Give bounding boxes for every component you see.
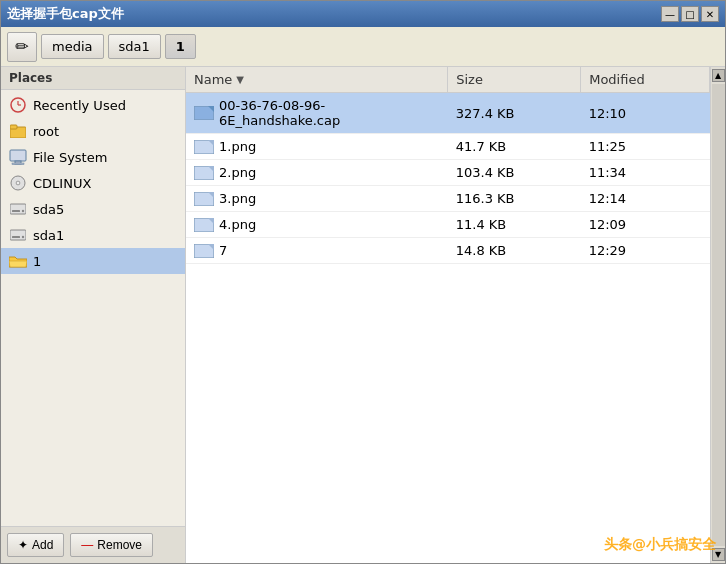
file-size: 41.7 KB bbox=[448, 134, 581, 160]
file-size: 11.4 KB bbox=[448, 212, 581, 238]
file-name-cell: 3.png bbox=[186, 186, 448, 212]
sort-arrow-icon: ▼ bbox=[236, 74, 244, 85]
scroll-track bbox=[712, 84, 725, 546]
folder-open-icon bbox=[9, 252, 27, 270]
file-content-wrapper: Name ▼ Size Modified bbox=[186, 67, 725, 563]
window-controls: — □ ✕ bbox=[661, 6, 719, 22]
main-content: Places Recently Used bbox=[1, 67, 725, 563]
svg-rect-5 bbox=[10, 150, 26, 161]
file-name-cell: 4.png bbox=[186, 212, 448, 238]
table-row[interactable]: 714.8 KB12:29 bbox=[186, 238, 710, 264]
title-bar: 选择握手包cap文件 — □ ✕ bbox=[1, 1, 725, 27]
edit-button[interactable]: ✏ bbox=[7, 32, 37, 62]
sidebar-label-recently-used: Recently Used bbox=[33, 98, 126, 113]
sidebar-header: Places bbox=[1, 67, 185, 90]
col-header-modified[interactable]: Modified bbox=[581, 67, 710, 93]
window-title: 选择握手包cap文件 bbox=[7, 5, 124, 23]
sidebar-item-1[interactable]: 1 bbox=[1, 248, 185, 274]
svg-point-13 bbox=[22, 210, 24, 212]
remove-icon: — bbox=[81, 538, 93, 552]
file-name: 2.png bbox=[219, 165, 256, 180]
sidebar-item-filesystem[interactable]: File System bbox=[1, 144, 185, 170]
col-modified-label: Modified bbox=[589, 72, 644, 87]
remove-label: Remove bbox=[97, 538, 142, 552]
sidebar-label-sda5: sda5 bbox=[33, 202, 64, 217]
minimize-button[interactable]: — bbox=[661, 6, 679, 22]
table-row[interactable]: 00-36-76-08-96-6E_handshake.cap327.4 KB1… bbox=[186, 93, 710, 134]
file-icon bbox=[194, 244, 214, 258]
sda1-icon bbox=[9, 226, 27, 244]
sidebar-item-sda1[interactable]: sda1 bbox=[1, 222, 185, 248]
file-icon bbox=[194, 140, 214, 154]
close-button[interactable]: ✕ bbox=[701, 6, 719, 22]
file-name-cell: 2.png bbox=[186, 160, 448, 186]
breadcrumb-1-label: 1 bbox=[176, 39, 185, 54]
table-header-row: Name ▼ Size Modified bbox=[186, 67, 710, 93]
col-name-label: Name bbox=[194, 72, 232, 87]
file-name-cell: 7 bbox=[186, 238, 448, 264]
file-name: 00-36-76-08-96-6E_handshake.cap bbox=[219, 98, 440, 128]
col-header-name[interactable]: Name ▼ bbox=[186, 67, 448, 93]
maximize-button[interactable]: □ bbox=[681, 6, 699, 22]
recently-used-icon bbox=[9, 96, 27, 114]
file-name: 7 bbox=[219, 243, 227, 258]
sidebar: Places Recently Used bbox=[1, 67, 186, 563]
file-list-scroll[interactable]: Name ▼ Size Modified bbox=[186, 67, 710, 563]
add-icon: ✦ bbox=[18, 538, 28, 552]
cdlinux-icon bbox=[9, 174, 27, 192]
file-icon bbox=[194, 166, 214, 180]
svg-rect-15 bbox=[12, 236, 20, 238]
breadcrumb-media[interactable]: media bbox=[41, 34, 104, 59]
col-size-label: Size bbox=[456, 72, 483, 87]
table-row[interactable]: 4.png11.4 KB12:09 bbox=[186, 212, 710, 238]
scrollbar[interactable]: ▲ ▼ bbox=[710, 67, 725, 563]
filesystem-icon bbox=[9, 148, 27, 166]
sidebar-label-cdlinux: CDLINUX bbox=[33, 176, 91, 191]
sidebar-item-cdlinux[interactable]: CDLINUX bbox=[1, 170, 185, 196]
table-row[interactable]: 3.png116.3 KB12:14 bbox=[186, 186, 710, 212]
add-label: Add bbox=[32, 538, 53, 552]
svg-point-16 bbox=[22, 236, 24, 238]
sidebar-item-recently-used[interactable]: Recently Used bbox=[1, 92, 185, 118]
sidebar-label-1: 1 bbox=[33, 254, 41, 269]
col-header-size[interactable]: Size bbox=[448, 67, 581, 93]
file-icon bbox=[194, 106, 214, 120]
breadcrumb-media-label: media bbox=[52, 39, 93, 54]
scroll-down-button[interactable]: ▼ bbox=[712, 548, 725, 561]
svg-rect-11 bbox=[10, 204, 26, 214]
file-name: 3.png bbox=[219, 191, 256, 206]
file-icon bbox=[194, 192, 214, 206]
file-size: 327.4 KB bbox=[448, 93, 581, 134]
file-table: Name ▼ Size Modified bbox=[186, 67, 710, 264]
breadcrumb-1[interactable]: 1 bbox=[165, 34, 196, 59]
file-size: 116.3 KB bbox=[448, 186, 581, 212]
file-icon bbox=[194, 218, 214, 232]
file-size: 14.8 KB bbox=[448, 238, 581, 264]
file-modified: 11:25 bbox=[581, 134, 710, 160]
sidebar-label-root: root bbox=[33, 124, 59, 139]
file-modified: 12:29 bbox=[581, 238, 710, 264]
sidebar-footer: ✦ Add — Remove bbox=[1, 526, 185, 563]
file-modified: 12:14 bbox=[581, 186, 710, 212]
breadcrumb-sda1[interactable]: sda1 bbox=[108, 34, 161, 59]
sidebar-label-sda1: sda1 bbox=[33, 228, 64, 243]
sda5-icon bbox=[9, 200, 27, 218]
file-modified: 12:09 bbox=[581, 212, 710, 238]
scroll-up-button[interactable]: ▲ bbox=[712, 69, 725, 82]
breadcrumb-sda1-label: sda1 bbox=[119, 39, 150, 54]
sidebar-item-root[interactable]: root bbox=[1, 118, 185, 144]
file-name: 4.png bbox=[219, 217, 256, 232]
table-row[interactable]: 1.png41.7 KB11:25 bbox=[186, 134, 710, 160]
table-row[interactable]: 2.png103.4 KB11:34 bbox=[186, 160, 710, 186]
add-button[interactable]: ✦ Add bbox=[7, 533, 64, 557]
file-modified: 11:34 bbox=[581, 160, 710, 186]
remove-button[interactable]: — Remove bbox=[70, 533, 153, 557]
svg-rect-14 bbox=[10, 230, 26, 240]
root-folder-icon bbox=[9, 122, 27, 140]
svg-point-10 bbox=[17, 182, 19, 184]
sidebar-item-sda5[interactable]: sda5 bbox=[1, 196, 185, 222]
file-name-cell: 00-36-76-08-96-6E_handshake.cap bbox=[186, 93, 448, 134]
file-modified: 12:10 bbox=[581, 93, 710, 134]
svg-rect-7 bbox=[12, 163, 24, 165]
sidebar-label-filesystem: File System bbox=[33, 150, 107, 165]
